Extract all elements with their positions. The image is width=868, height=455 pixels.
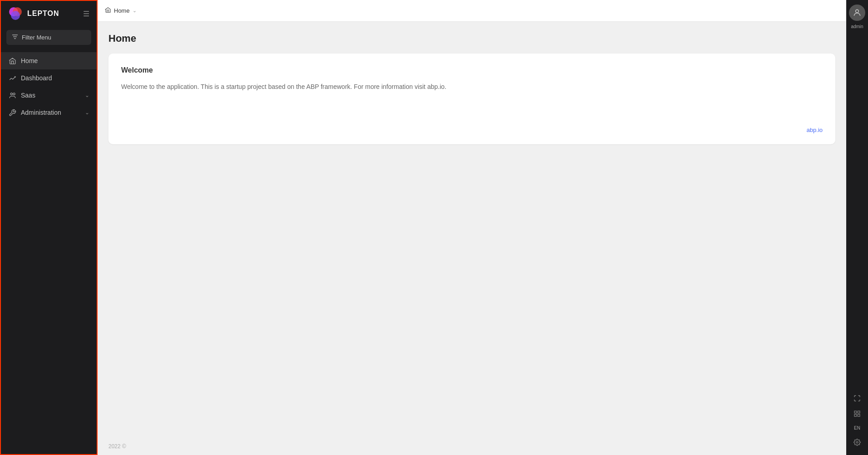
sidebar: LEPTON ☰ Filter Menu Home bbox=[0, 0, 98, 455]
main-wrapper: Home ⌄ Home Welcome Welcome to the appli… bbox=[98, 0, 846, 455]
sidebar-item-dashboard[interactable]: Dashboard bbox=[1, 69, 97, 87]
administration-wrench-icon bbox=[8, 108, 16, 117]
sidebar-item-administration[interactable]: Administration ⌄ bbox=[1, 104, 97, 121]
logo-area: LEPTON bbox=[8, 6, 59, 21]
saas-icon bbox=[8, 91, 16, 99]
filter-menu-button[interactable]: Filter Menu bbox=[6, 30, 91, 45]
admin-label: admin bbox=[851, 24, 863, 29]
sidebar-item-home-label: Home bbox=[21, 57, 89, 64]
sidebar-item-home[interactable]: Home bbox=[1, 52, 97, 69]
welcome-heading: Welcome bbox=[121, 66, 823, 74]
welcome-card: Welcome Welcome to the application. This… bbox=[108, 54, 835, 144]
topbar: Home ⌄ bbox=[98, 0, 846, 22]
svg-point-6 bbox=[10, 93, 12, 94]
page-title: Home bbox=[108, 33, 835, 44]
svg-rect-11 bbox=[854, 414, 857, 416]
footer: 2022 © bbox=[98, 438, 846, 455]
admin-avatar[interactable] bbox=[849, 5, 865, 21]
svg-point-13 bbox=[856, 441, 858, 443]
sidebar-item-dashboard-label: Dashboard bbox=[21, 74, 89, 82]
breadcrumb-home-icon bbox=[105, 7, 111, 15]
right-bottom-icons: EN bbox=[853, 395, 861, 450]
sidebar-nav: Home Dashboard Saas ⌄ bbox=[1, 52, 97, 454]
right-top: admin bbox=[849, 5, 865, 29]
svg-rect-12 bbox=[858, 414, 860, 416]
svg-rect-9 bbox=[854, 411, 857, 413]
filter-menu-label: Filter Menu bbox=[22, 34, 51, 41]
welcome-text: Welcome to the application. This is a st… bbox=[121, 82, 823, 92]
logo-icon bbox=[8, 6, 23, 21]
breadcrumb-home-label: Home bbox=[114, 7, 130, 14]
sidebar-header: LEPTON ☰ bbox=[1, 1, 97, 26]
user-icon bbox=[853, 8, 862, 17]
home-icon bbox=[8, 57, 16, 65]
brand-name: LEPTON bbox=[27, 10, 59, 18]
svg-point-2 bbox=[11, 11, 20, 20]
saas-chevron-icon: ⌄ bbox=[85, 92, 89, 98]
hamburger-icon[interactable]: ☰ bbox=[83, 10, 89, 18]
sidebar-item-administration-label: Administration bbox=[21, 109, 80, 116]
copyright-text: 2022 © bbox=[108, 443, 126, 450]
svg-point-8 bbox=[856, 10, 859, 13]
sidebar-item-saas-label: Saas bbox=[21, 92, 80, 99]
svg-rect-10 bbox=[858, 411, 860, 413]
settings-icon[interactable] bbox=[853, 439, 861, 446]
language-selector[interactable]: EN bbox=[854, 426, 860, 431]
abp-link[interactable]: abp.io bbox=[807, 127, 823, 133]
page-content: Home Welcome Welcome to the application.… bbox=[98, 22, 846, 438]
svg-point-7 bbox=[13, 93, 15, 94]
breadcrumb: Home ⌄ bbox=[105, 7, 137, 15]
dashboard-icon bbox=[8, 74, 16, 82]
sidebar-item-saas[interactable]: Saas ⌄ bbox=[1, 87, 97, 104]
fullscreen-icon[interactable] bbox=[853, 395, 861, 402]
filter-icon bbox=[12, 34, 18, 41]
grid-icon[interactable] bbox=[853, 410, 861, 417]
administration-chevron-icon: ⌄ bbox=[85, 109, 89, 116]
breadcrumb-chevron-icon: ⌄ bbox=[132, 8, 137, 14]
right-panel: admin EN bbox=[846, 0, 868, 455]
